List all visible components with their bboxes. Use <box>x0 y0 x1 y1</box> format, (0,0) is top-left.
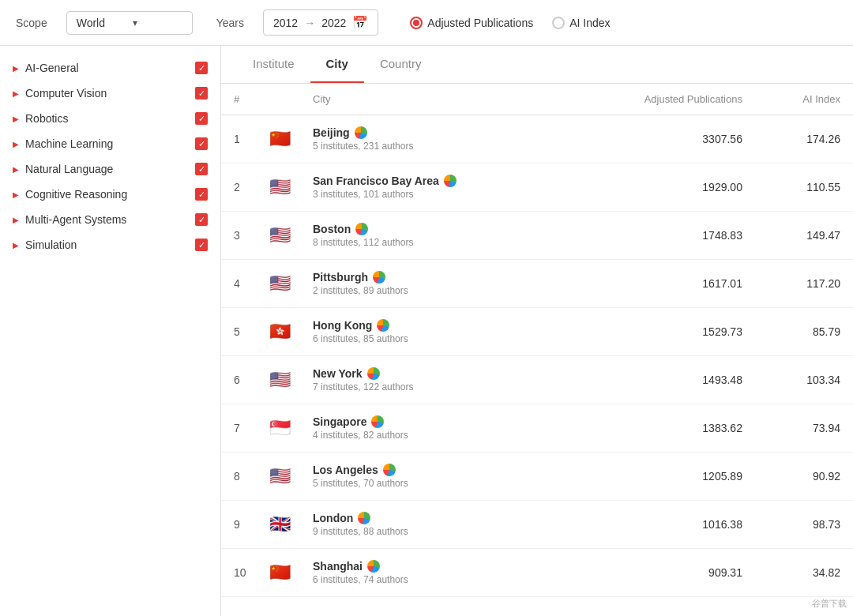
scope-label: Scope <box>16 17 47 29</box>
sidebar-item-cognitive-reasoning[interactable]: ▶ Cognitive Reasoning <box>0 182 220 207</box>
table-row: 5 🇭🇰 Hong Kong 6 institutes, 85 authors … <box>221 308 853 356</box>
cell-ai-index-5: 85.79 <box>755 308 853 356</box>
sidebar-item-multi-agent-systems[interactable]: ▶ Multi-Agent Systems <box>0 207 220 232</box>
city-name-4: Pittsburgh <box>313 271 551 284</box>
checkbox-cognitive-reasoning[interactable] <box>195 188 208 201</box>
cell-rank-1: 1 <box>221 115 261 163</box>
city-name-8: Los Angeles <box>313 464 551 476</box>
watermark: 谷普下载 <box>812 598 847 610</box>
cell-ai-index-2: 110.55 <box>755 163 853 212</box>
flag-icon-1: 🇨🇳 <box>267 130 292 148</box>
tab-city[interactable]: City <box>310 46 364 83</box>
sidebar-item-simulation[interactable]: ▶ Simulation <box>0 232 220 257</box>
table-row: 6 🇺🇸 New York 7 institutes, 122 authors … <box>221 356 853 404</box>
flag-icon-9: 🇬🇧 <box>267 516 292 533</box>
checkbox-simulation[interactable] <box>195 239 208 251</box>
cell-ai-index-6: 103.34 <box>755 356 853 404</box>
sidebar-item-machine-learning[interactable]: ▶ Machine Learning <box>0 131 220 156</box>
arrow-icon: ▶ <box>13 115 19 123</box>
cell-rank-7: 7 <box>221 404 261 453</box>
cell-adj-pub-4: 1617.01 <box>563 260 755 308</box>
radio-ai-index[interactable]: AI Index <box>552 17 610 29</box>
radio-label-adj: Adjusted Publications <box>427 17 533 29</box>
years-label: Years <box>216 17 244 29</box>
radio-adjusted-publications[interactable]: Adjusted Publications <box>410 17 533 29</box>
cell-rank-5: 5 <box>221 308 261 356</box>
cell-ai-index-1: 174.26 <box>755 115 853 163</box>
checkbox-computer-vision[interactable] <box>195 87 208 100</box>
cell-city-10: Shanghai 6 institutes, 74 authors <box>300 549 563 597</box>
cell-adj-pub-2: 1929.00 <box>563 163 755 212</box>
sidebar-item-robotics[interactable]: ▶ Robotics <box>0 106 220 131</box>
cell-adj-pub-10: 909.31 <box>563 549 755 597</box>
arrow-icon: ▶ <box>13 190 19 199</box>
sidebar-item-label-simulation: Simulation <box>25 239 195 251</box>
cell-flag-3: 🇺🇸 <box>261 212 300 260</box>
cell-flag-5: 🇭🇰 <box>261 308 300 356</box>
cell-city-1: Beijing 5 institutes, 231 authors <box>300 115 563 163</box>
radio-circle-adj <box>410 17 423 29</box>
scope-value: World <box>77 17 126 29</box>
arrow-icon: ▶ <box>13 89 19 98</box>
city-name-10: Shanghai <box>313 560 551 573</box>
table-row: 1 🇨🇳 Beijing 5 institutes, 231 authors 3… <box>221 115 853 163</box>
table-row: 2 🇺🇸 San Francisco Bay Area 3 institutes… <box>221 163 853 212</box>
cell-ai-index-10: 34.82 <box>755 549 853 597</box>
sidebar-item-computer-vision[interactable]: ▶ Computer Vision <box>0 81 220 106</box>
pie-chart-icon-7 <box>371 415 384 428</box>
cell-city-8: Los Angeles 5 institutes, 70 authors <box>300 453 563 501</box>
flag-icon-3: 🇺🇸 <box>267 227 292 244</box>
right-panel: Institute City Country # City Adjusted P… <box>221 46 853 616</box>
checkbox-robotics[interactable] <box>195 112 208 125</box>
city-name-6: New York <box>313 367 551 380</box>
col-ai-index: AI Index <box>755 84 853 115</box>
cell-flag-4: 🇺🇸 <box>261 260 300 308</box>
sidebar-item-label-machine-learning: Machine Learning <box>25 137 195 150</box>
checkbox-ai-general[interactable] <box>195 62 208 74</box>
checkbox-multi-agent-systems[interactable] <box>195 213 208 226</box>
sidebar-item-natural-language[interactable]: ▶ Natural Language <box>0 156 220 182</box>
cell-flag-2: 🇺🇸 <box>261 163 300 212</box>
pie-chart-icon-5 <box>377 319 389 332</box>
checkbox-machine-learning[interactable] <box>195 137 208 150</box>
sidebar-item-label-cognitive-reasoning: Cognitive Reasoning <box>25 188 195 201</box>
flag-icon-6: 🇺🇸 <box>267 371 292 389</box>
pie-chart-icon-1 <box>355 126 367 139</box>
sidebar-item-label-robotics: Robotics <box>25 112 195 125</box>
arrow-icon: ▶ <box>13 165 19 174</box>
pie-chart-icon-2 <box>444 175 457 187</box>
city-sub-9: 9 institutes, 88 authors <box>313 526 551 537</box>
year-arrow-icon: → <box>304 17 315 29</box>
scope-dropdown[interactable]: World ▾ <box>66 11 193 35</box>
city-sub-6: 7 institutes, 122 authors <box>313 381 551 393</box>
cell-ai-index-8: 90.92 <box>755 453 853 501</box>
cell-ai-index-4: 117.20 <box>755 260 853 308</box>
radio-circle-ai <box>552 17 565 29</box>
sidebar: ▶ AI-General ▶ Computer Vision ▶ Robotic… <box>0 46 221 616</box>
tab-institute[interactable]: Institute <box>237 46 310 83</box>
city-sub-8: 5 institutes, 70 authors <box>313 478 551 489</box>
cell-ai-index-9: 98.73 <box>755 501 853 549</box>
table-row: 8 🇺🇸 Los Angeles 5 institutes, 70 author… <box>221 453 853 501</box>
checkbox-natural-language[interactable] <box>195 163 208 175</box>
cell-city-7: Singapore 4 institutes, 82 authors <box>300 404 563 453</box>
cell-city-6: New York 7 institutes, 122 authors <box>300 356 563 404</box>
pie-chart-icon-9 <box>358 512 370 524</box>
cell-adj-pub-5: 1529.73 <box>563 308 755 356</box>
calendar-icon[interactable]: 📅 <box>352 15 368 30</box>
sidebar-item-label-computer-vision: Computer Vision <box>25 87 195 100</box>
flag-icon-5: 🇭🇰 <box>267 323 292 340</box>
cell-city-9: London 9 institutes, 88 authors <box>300 501 563 549</box>
city-name-2: San Francisco Bay Area <box>313 175 551 187</box>
cell-adj-pub-6: 1493.48 <box>563 356 755 404</box>
tab-country[interactable]: Country <box>364 46 438 83</box>
flag-icon-10: 🇨🇳 <box>267 564 292 581</box>
tabs: Institute City Country <box>221 46 853 84</box>
flag-icon-4: 🇺🇸 <box>267 275 292 292</box>
pie-chart-icon-10 <box>367 560 380 573</box>
col-flag <box>261 84 300 115</box>
city-sub-2: 3 institutes, 101 authors <box>313 189 551 200</box>
cell-city-5: Hong Kong 6 institutes, 85 authors <box>300 308 563 356</box>
sidebar-item-ai-general[interactable]: ▶ AI-General <box>0 55 220 81</box>
cell-rank-4: 4 <box>221 260 261 308</box>
